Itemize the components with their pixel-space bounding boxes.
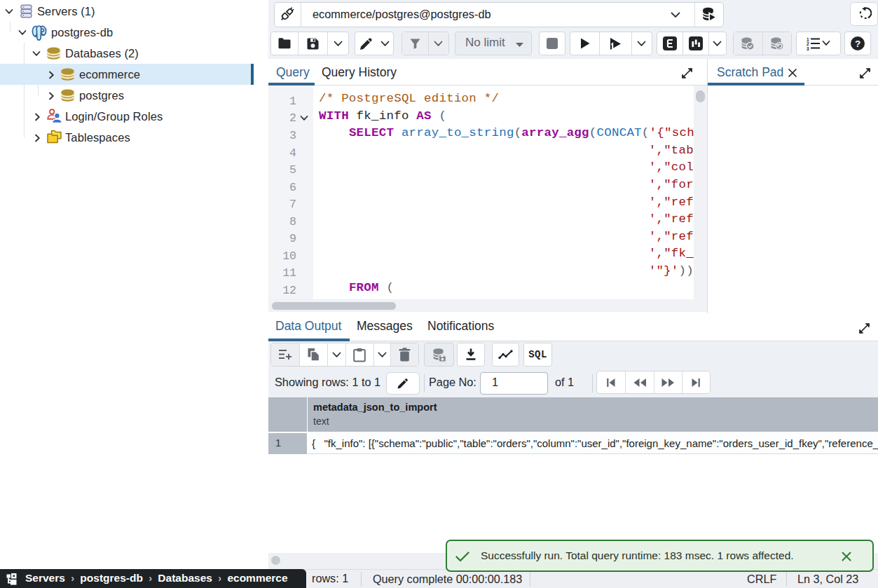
svg-text:?: ? [855, 39, 860, 49]
svg-text:3: 3 [807, 46, 809, 51]
